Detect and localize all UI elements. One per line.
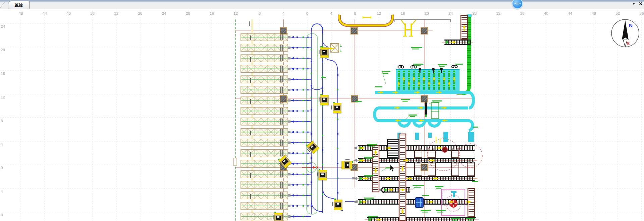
tab-bar: 监控 ▼ ✕ [0,0,644,9]
plant-layout-canvas[interactable]: 4844403632282420161284048121620242832364… [0,0,644,221]
svg-text:36: 36 [520,11,525,15]
svg-text:20: 20 [186,11,190,15]
window-top-strip [0,0,644,2]
tab-monitor-label: 监控 [15,2,23,8]
svg-text:4: 4 [282,11,285,15]
svg-text:12: 12 [377,11,381,15]
tab-monitor[interactable]: 监控 [8,1,30,9]
svg-text:20: 20 [425,11,429,15]
svg-text:4: 4 [1,142,3,146]
svg-text:24: 24 [162,11,166,15]
application-window: 4844403632282420161284048121620242832364… [0,0,644,221]
svg-text:X: X [316,166,319,169]
compass-rose: NS [611,19,639,47]
svg-text:48: 48 [592,11,596,15]
svg-text:52: 52 [615,11,620,15]
svg-text:8: 8 [354,11,356,15]
svg-text:12: 12 [1,95,5,99]
svg-text:4: 4 [330,11,332,15]
svg-text:24: 24 [1,24,5,28]
svg-text:32: 32 [114,11,118,15]
svg-text:40: 40 [66,11,71,15]
close-button[interactable]: ✕ [639,1,643,6]
svg-text:4: 4 [1,190,3,194]
sorter-lane-bank [396,65,460,91]
svg-text:0: 0 [306,11,308,15]
svg-text:44: 44 [568,11,572,15]
svg-text:20: 20 [1,48,5,52]
svg-text:8: 8 [1,119,3,123]
svg-text:48: 48 [19,11,23,15]
svg-text:N: N [629,22,633,28]
svg-text:24: 24 [448,11,453,15]
svg-text:28: 28 [472,11,477,15]
svg-text:0: 0 [1,166,3,170]
svg-text:S: S [627,41,630,46]
svg-text:44: 44 [43,11,47,15]
svg-text:56: 56 [640,11,644,15]
window-controls: ▼ ✕ [632,1,643,6]
svg-text:28: 28 [138,11,143,15]
svg-text:32: 32 [496,11,500,15]
svg-text:8: 8 [259,11,261,15]
svg-text:16: 16 [1,72,5,76]
svg-text:16: 16 [401,11,405,15]
svg-text:12: 12 [233,11,238,15]
svg-text:36: 36 [90,11,95,15]
svg-text:16: 16 [210,11,214,15]
svg-text:8: 8 [1,213,3,217]
svg-text:40: 40 [544,11,548,15]
dropdown-button[interactable]: ▼ [632,2,635,6]
